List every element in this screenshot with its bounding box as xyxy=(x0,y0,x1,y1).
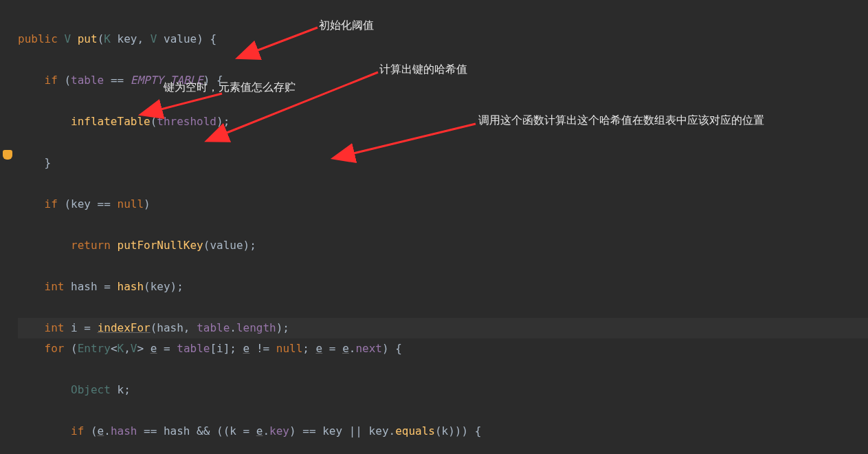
code-line-highlighted: int i = indexFor(hash, table.length); xyxy=(18,318,868,338)
code-editor[interactable]: public V put(K key, V value) { if (table… xyxy=(0,0,868,454)
code-line: if (key == null) xyxy=(18,194,868,215)
code-line: inflateTable(threshold); xyxy=(18,111,868,132)
code-line: public V put(K key, V value) { xyxy=(18,29,868,50)
code-line: } xyxy=(18,153,868,173)
code-line: Object k; xyxy=(18,380,868,400)
code-line: return putForNullKey(value); xyxy=(18,235,868,256)
code-line: int hash = hash(key); xyxy=(18,277,868,297)
code-line: if (table == EMPTY_TABLE) { xyxy=(18,70,868,91)
intention-bulb-icon[interactable] xyxy=(3,150,12,160)
code-line: if (e.hash == hash && ((k = e.key) == ke… xyxy=(18,421,868,442)
code-line: for (Entry<K,V> e = table[i]; e != null;… xyxy=(18,338,868,359)
